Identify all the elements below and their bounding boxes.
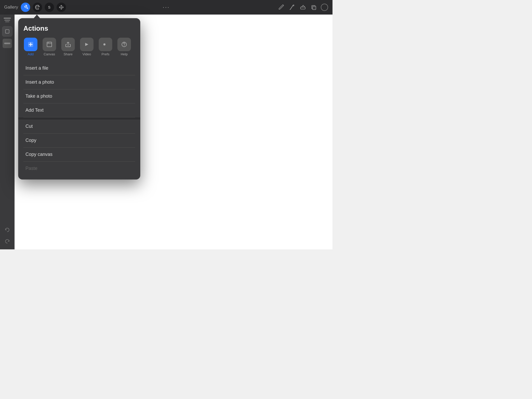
arrow-icon (59, 5, 64, 10)
actions-title: Actions (23, 24, 135, 32)
brush-tool-button[interactable] (277, 3, 285, 11)
undo-icon (4, 227, 10, 233)
video-icon (83, 41, 90, 48)
svg-text:S: S (48, 5, 50, 9)
copy-canvas-item[interactable]: Copy canvas (23, 148, 135, 162)
undo-button[interactable] (3, 225, 12, 235)
svg-rect-3 (312, 6, 316, 10)
modify-icon (35, 5, 40, 10)
copy-item[interactable]: Copy (23, 134, 135, 148)
tab-share[interactable]: Share (61, 38, 75, 56)
toolbar: Gallery S ··· (0, 0, 332, 15)
svg-point-8 (103, 43, 105, 45)
more-options-button[interactable]: ··· (163, 4, 170, 11)
smudge-icon (288, 4, 295, 11)
prefs-tab-label: Prefs (102, 52, 109, 56)
tab-help[interactable]: Help (117, 38, 131, 56)
take-photo-item[interactable]: Take a photo (23, 89, 135, 103)
help-tab-icon-wrap (117, 38, 131, 51)
modify-button[interactable] (33, 3, 42, 12)
opacity-control[interactable] (3, 39, 12, 48)
help-icon (121, 41, 128, 48)
insert-photo-item[interactable]: Insert a photo (23, 75, 135, 89)
share-icon (64, 41, 72, 48)
svg-rect-1 (301, 7, 305, 9)
move-button[interactable] (57, 3, 66, 12)
insert-file-item[interactable]: Insert a file (23, 61, 135, 75)
video-tab-icon-wrap (80, 38, 94, 51)
svg-point-10 (124, 45, 124, 46)
tab-add[interactable]: Add (23, 38, 38, 56)
popover-arrow (34, 15, 40, 18)
share-tab-label: Share (64, 52, 73, 56)
brush-size-control[interactable] (3, 18, 12, 22)
sidebar-bottom (3, 225, 12, 246)
toolbar-right (277, 3, 328, 11)
eraser-icon (299, 4, 306, 11)
tab-prefs[interactable]: Prefs (98, 38, 113, 56)
layers-icon (310, 4, 317, 11)
add-tab-label: Add (28, 52, 34, 56)
brush-size-medium (4, 20, 10, 21)
S-icon: S (47, 5, 52, 10)
wrench-icon (23, 5, 28, 10)
actions-tabs: Add Canvas Share (23, 38, 135, 56)
actions-button[interactable] (21, 3, 30, 12)
color-picker-button[interactable] (321, 3, 328, 11)
brush-icon (277, 4, 284, 11)
toolbar-center: ··· (163, 4, 170, 11)
toolbar-left: Gallery S (4, 3, 66, 12)
redo-icon (4, 239, 10, 244)
tab-canvas[interactable]: Canvas (42, 38, 57, 56)
help-tab-label: Help (121, 52, 128, 56)
svg-rect-6 (47, 42, 52, 47)
prefs-icon (102, 41, 109, 48)
share-tab-icon-wrap (61, 38, 75, 51)
paste-item: Paste (23, 162, 135, 175)
canvas-tab-icon-wrap (43, 38, 56, 51)
canvas-tab-label: Canvas (44, 52, 55, 56)
add-icon (27, 41, 34, 48)
eraser-tool-button[interactable] (299, 3, 307, 11)
svg-rect-4 (5, 30, 9, 33)
menu-section-divider (18, 117, 140, 119)
text-button[interactable]: S (45, 3, 54, 12)
cut-item[interactable]: Cut (23, 119, 135, 134)
video-tab-label: Video (82, 52, 91, 56)
add-text-item[interactable]: Add Text (23, 103, 135, 117)
prefs-tab-icon-wrap (99, 38, 112, 51)
layers-button[interactable] (310, 3, 317, 11)
smudge-tool-button[interactable] (288, 3, 296, 11)
add-tab-icon-wrap (24, 38, 37, 51)
sidebar (0, 15, 15, 249)
square-icon (5, 29, 10, 34)
canvas-icon (46, 41, 53, 48)
menu-list: Insert a file Insert a photo Take a phot… (23, 61, 135, 175)
gallery-button[interactable]: Gallery (4, 5, 18, 10)
tab-video[interactable]: Video (79, 38, 94, 56)
square-tool-button[interactable] (2, 26, 12, 37)
brush-size-large (4, 18, 11, 19)
actions-popover: Actions Add Canvas (18, 18, 140, 179)
redo-button[interactable] (3, 237, 12, 246)
brush-size-small (5, 22, 9, 22)
